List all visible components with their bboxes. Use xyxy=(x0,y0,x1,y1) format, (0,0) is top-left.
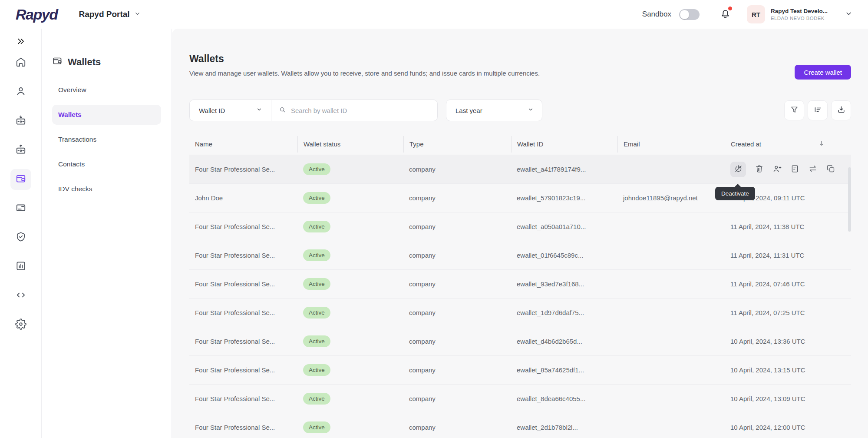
status-badge: Active xyxy=(303,249,330,261)
created-at-value: 10 April, 2024, 12:00 UTC xyxy=(730,424,805,431)
cell-type: company xyxy=(403,280,511,288)
sort-desc-arrow-icon[interactable] xyxy=(818,140,825,148)
chevron-down-icon xyxy=(528,106,534,114)
sidebar-item-idv-checks[interactable]: IDV checks xyxy=(52,179,161,199)
rail-item-disburse[interactable] xyxy=(10,140,31,161)
table-row[interactable]: Four Star Professional Se... Active comp… xyxy=(189,356,851,385)
column-header-email[interactable]: Email xyxy=(617,136,725,153)
main-content: Wallets View and manage user wallets. Wa… xyxy=(172,29,868,438)
table-body: Four Star Professional Se... Active comp… xyxy=(189,155,851,438)
cell-created-at: Deactivate xyxy=(725,162,851,177)
cell-created-at: 10 April, 2024, 13:36 UTC xyxy=(725,338,851,345)
column-header-name[interactable]: Name xyxy=(189,136,297,153)
sandbox-label: Sandbox xyxy=(642,10,671,19)
column-header-wallet-status[interactable]: Wallet status xyxy=(297,136,403,153)
rail-item-cards[interactable] xyxy=(10,198,31,219)
notification-dot xyxy=(728,7,732,10)
rapyd-logo: Rapyd xyxy=(16,6,57,23)
table-row[interactable]: Four Star Professional Se... Active comp… xyxy=(189,241,851,270)
portal-switcher[interactable]: Rapyd Portal xyxy=(79,10,140,19)
rail-item-customers[interactable] xyxy=(10,82,31,103)
page-title: Wallets xyxy=(189,53,851,65)
sidebar-title-label: Wallets xyxy=(68,56,101,68)
status-badge: Active xyxy=(303,163,330,175)
wallets-sidebar: Wallets Overview Wallets Transactions Co… xyxy=(42,29,172,438)
sidebar-item-transactions[interactable]: Transactions xyxy=(52,129,161,149)
cell-type: company xyxy=(403,252,511,259)
avatar[interactable]: RT xyxy=(747,5,765,23)
portal-label: Rapyd Portal xyxy=(79,10,129,19)
search-field-selector[interactable]: Wallet ID xyxy=(190,100,271,121)
row-actions xyxy=(730,162,851,177)
table-row[interactable]: Four Star Professional Se... Active comp… xyxy=(189,413,851,438)
app-shell: Wallets Overview Wallets Transactions Co… xyxy=(0,29,868,438)
wallets-table: Name Wallet status Type Wallet ID Email … xyxy=(189,133,851,438)
rail-item-collect[interactable] xyxy=(10,111,31,132)
create-wallet-button[interactable]: Create wallet xyxy=(795,65,851,80)
toggle-knob xyxy=(680,10,689,19)
rail-item-verify[interactable] xyxy=(10,227,31,248)
sort-button[interactable] xyxy=(808,100,828,120)
deactivate-button[interactable] xyxy=(730,162,746,177)
rail-item-reports[interactable] xyxy=(10,256,31,277)
search-input[interactable] xyxy=(291,107,430,114)
table-row[interactable]: Four Star Professional Se... Active comp… xyxy=(189,385,851,413)
expand-rail-button[interactable] xyxy=(16,36,26,48)
cell-name: Four Star Professional Se... xyxy=(189,166,297,173)
table-row[interactable]: Four Star Professional Se... Active comp… xyxy=(189,270,851,299)
rail-item-settings[interactable] xyxy=(10,315,31,335)
created-at-value: 11 April, 2024, 07:46 UTC xyxy=(730,280,805,288)
cell-created-at: 10 April, 2024, 13:09 UTC xyxy=(725,395,851,402)
card-arrow-down-icon xyxy=(15,115,26,128)
table-row[interactable]: Four Star Professional Se... Active comp… xyxy=(189,155,851,184)
date-range-selector[interactable]: Last year xyxy=(446,100,542,121)
table-toolbar xyxy=(784,100,851,120)
app-window: Rapyd Rapyd Portal Sandbox RT Rapyd Test… xyxy=(0,0,868,438)
cell-type: company xyxy=(403,366,511,374)
download-button[interactable] xyxy=(831,100,851,120)
cell-name: Four Star Professional Se... xyxy=(189,252,297,259)
transfer-arrows-icon xyxy=(808,167,818,175)
delete-button[interactable] xyxy=(755,164,764,175)
date-range-value: Last year xyxy=(455,107,482,114)
table-row[interactable]: Four Star Professional Se... Active comp… xyxy=(189,327,851,356)
sandbox-toggle[interactable] xyxy=(679,9,700,20)
sidebar-item-contacts[interactable]: Contacts xyxy=(52,154,161,174)
cell-created-at: 10 April, 2024, 12:00 UTC xyxy=(725,424,851,431)
chevron-down-icon xyxy=(134,10,141,19)
cell-wallet-status: Active xyxy=(297,335,403,347)
table-scrollbar-thumb[interactable] xyxy=(848,167,851,232)
cell-wallet-id: ewallet_2d1b78bl2l... xyxy=(511,424,617,431)
transfer-button[interactable] xyxy=(808,164,818,175)
cell-type: company xyxy=(403,424,511,431)
column-header-wallet-id[interactable]: Wallet ID xyxy=(511,136,617,153)
shield-check-icon xyxy=(15,231,26,244)
user-info[interactable]: Rapyd Test Develo... ELDAD NEVO BODEK xyxy=(771,8,828,21)
card-arrow-up-icon xyxy=(15,144,26,157)
table-row[interactable]: Four Star Professional Se... Active comp… xyxy=(189,212,851,241)
wallet-small-icon xyxy=(52,56,63,69)
gear-icon xyxy=(15,319,26,332)
sidebar-item-overview[interactable]: Overview xyxy=(52,80,161,100)
status-badge: Active xyxy=(303,364,330,376)
sidebar-item-wallets[interactable]: Wallets xyxy=(52,105,161,125)
copy-icon xyxy=(826,167,835,175)
rail-item-developers[interactable] xyxy=(10,285,31,306)
column-header-type[interactable]: Type xyxy=(403,136,511,153)
details-button[interactable] xyxy=(790,164,799,175)
sidebar-title: Wallets xyxy=(52,56,161,69)
card-icon xyxy=(15,202,26,215)
notifications-button[interactable] xyxy=(719,8,731,21)
trash-icon xyxy=(755,167,764,175)
rail-item-wallets[interactable] xyxy=(10,169,31,190)
add-contact-button[interactable] xyxy=(772,164,782,175)
copy-button[interactable] xyxy=(826,164,835,175)
funnel-icon xyxy=(790,105,799,116)
filter-button[interactable] xyxy=(784,100,804,120)
cell-created-at: 10 April, 2024, 13:15 UTC xyxy=(725,366,851,374)
cell-email: johndoe11895@rapyd.net xyxy=(617,194,725,202)
account-chevron-down-icon[interactable] xyxy=(845,10,852,19)
table-row[interactable]: Four Star Professional Se... Active comp… xyxy=(189,299,851,327)
rail-item-home[interactable] xyxy=(10,53,31,73)
column-header-created-at[interactable]: Created at xyxy=(725,136,851,153)
